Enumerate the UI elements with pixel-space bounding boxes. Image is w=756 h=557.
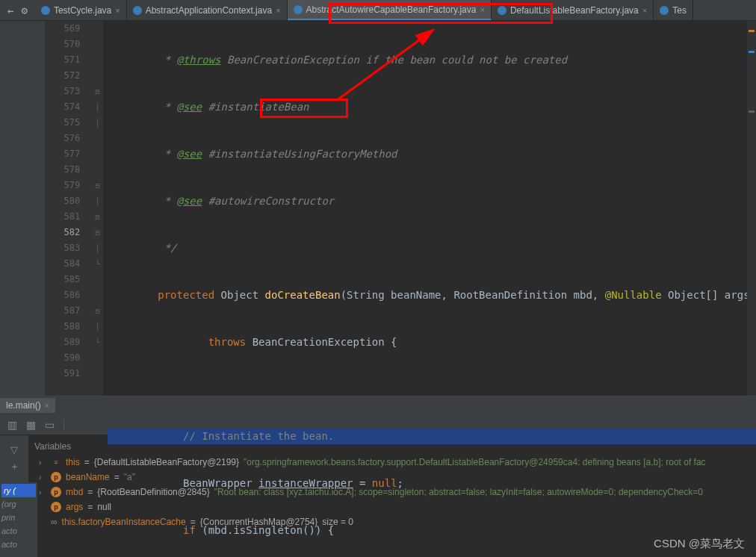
grid-view-icon[interactable]: ▦ [26, 419, 36, 431]
tab-defaultlistablebeanfactory[interactable]: DefaultListableBeanFactory.java× [492, 0, 654, 20]
code-area[interactable]: * @throws BeanCreationException if the b… [103, 21, 756, 396]
fold-column[interactable]: ⊟││⊟│⊟⊟│└⊟│└ [92, 21, 103, 396]
frames-strip: ry ( (org prin acto acto [0, 482, 37, 557]
top-bar: ← ⚙ TestCycle.java× AbstractApplicationC… [0, 0, 756, 21]
thread-view-icon[interactable]: ▥ [7, 419, 17, 431]
watermark: CSDN @菜鸟老文 [654, 537, 745, 551]
gutter[interactable]: 569 570 571 572 573 574 575 576 577 578 … [45, 21, 92, 396]
tab-test-partial[interactable]: Tes [654, 0, 693, 20]
tab-abstractapplicationcontext[interactable]: AbstractApplicationContext.java× [127, 0, 288, 20]
tab-abstractautowirecapablebeanfactory[interactable]: AbstractAutowireCapableBeanFactory.java× [288, 0, 492, 20]
close-icon[interactable]: × [276, 6, 280, 15]
scrollbar-markers[interactable] [747, 21, 756, 396]
close-icon[interactable]: × [642, 6, 647, 15]
project-strip [0, 21, 45, 396]
add-icon[interactable]: ＋ [0, 460, 28, 473]
settings-icon[interactable]: ⚙ [21, 4, 27, 16]
close-icon[interactable]: × [45, 402, 49, 410]
back-icon[interactable]: ← [7, 4, 13, 16]
close-icon[interactable]: × [480, 5, 484, 14]
layout-icon[interactable]: ▭ [45, 419, 55, 431]
code-editor[interactable]: 569 570 571 572 573 574 575 576 577 578 … [0, 21, 756, 396]
debug-tab-main[interactable]: le.main()× [0, 398, 55, 413]
editor-tabs: TestCycle.java× AbstractApplicationConte… [35, 0, 756, 20]
divider [63, 420, 64, 430]
close-icon[interactable]: × [115, 6, 120, 15]
tab-testcycle[interactable]: TestCycle.java× [35, 0, 127, 20]
filter-icon[interactable]: ▽ [0, 444, 28, 455]
